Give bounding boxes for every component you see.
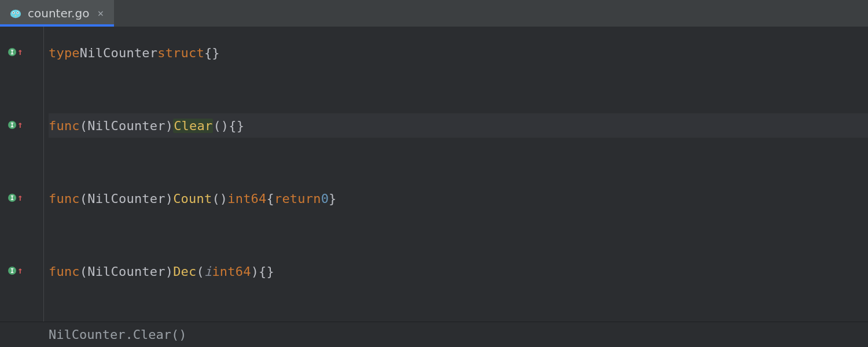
code-line[interactable]: type NilCounter struct{} — [49, 40, 868, 65]
tab-label: counter.go — [28, 6, 89, 20]
code-line-current[interactable]: func (NilCounter) Clear() {} — [49, 113, 868, 138]
breadcrumb-text: NilCounter.Clear() — [49, 327, 186, 342]
editor: I ↑ I ↑ I ↑ I ↑ type NilCounter struct{}… — [0, 27, 868, 322]
gutter-implements-icon[interactable]: I ↑ — [8, 192, 25, 204]
svg-point-5 — [15, 15, 17, 16]
svg-point-4 — [17, 12, 19, 13]
gutter-implements-icon[interactable]: I ↑ — [8, 119, 25, 131]
tab-counter-go[interactable]: counter.go × — [0, 0, 114, 27]
close-icon[interactable]: × — [95, 7, 106, 20]
gutter: I ↑ I ↑ I ↑ I ↑ — [0, 27, 44, 322]
breadcrumb[interactable]: NilCounter.Clear() — [0, 322, 868, 347]
code-line[interactable]: func (NilCounter) Dec(i int64) {} — [49, 259, 868, 283]
svg-point-0 — [10, 10, 21, 19]
tab-bar: counter.go × — [0, 0, 868, 27]
code-area[interactable]: type NilCounter struct{} func (NilCounte… — [44, 27, 868, 322]
gutter-implements-icon[interactable]: I ↑ — [8, 265, 25, 276]
gutter-implements-icon[interactable]: I ↑ — [8, 46, 25, 58]
svg-point-3 — [13, 12, 14, 13]
code-line[interactable]: func (NilCounter) Count() int64 { return… — [49, 186, 868, 211]
go-file-icon — [9, 8, 22, 19]
